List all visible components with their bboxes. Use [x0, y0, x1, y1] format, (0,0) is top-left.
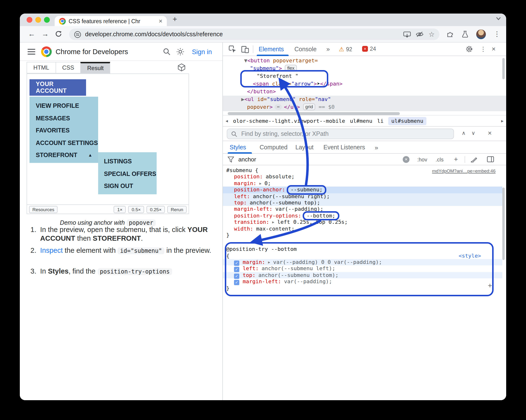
devtools-menu-icon[interactable]: ⋮: [480, 45, 486, 53]
search-icon[interactable]: [163, 48, 171, 56]
find-close-icon[interactable]: ×: [488, 129, 492, 137]
more-tabs-icon[interactable]: »: [375, 144, 378, 151]
scale-1x-button[interactable]: 1×: [114, 206, 126, 213]
breadcrumb-scroll-left-icon[interactable]: ◀: [223, 119, 231, 123]
bookmark-star-icon[interactable]: ☆: [429, 31, 435, 38]
reload-button[interactable]: [55, 30, 62, 37]
breadcrumb-scroll-right-icon[interactable]: ▶: [498, 119, 506, 123]
stylesheet-source-link[interactable]: mdYdpOM?ani…pe=embed:46: [432, 168, 496, 174]
tab-styles[interactable]: Styles: [230, 144, 246, 151]
breadcrumb-item-li[interactable]: li: [377, 118, 384, 124]
menu-item-favorites[interactable]: FAVORITES: [36, 125, 98, 137]
site-settings-icon[interactable]: [74, 31, 81, 38]
rendering-emulation-icon[interactable]: [470, 156, 477, 162]
chrome-developers-logo[interactable]: [41, 46, 52, 57]
horizontal-scrollbar[interactable]: [228, 112, 400, 115]
browser-menu-icon[interactable]: ⋮: [494, 30, 500, 38]
menu-item-sign-out[interactable]: SIGN OUT: [104, 180, 157, 193]
tab-elements[interactable]: Elements: [259, 46, 284, 53]
tab-console[interactable]: Console: [294, 46, 317, 53]
filter-input[interactable]: anchor: [238, 156, 256, 163]
css-property-width[interactable]: width:max-content;: [223, 225, 502, 232]
elements-scrollbar[interactable]: [502, 58, 505, 79]
menu-item-view-profile[interactable]: VIEW PROFILE: [36, 100, 98, 112]
window-zoom-button[interactable]: [44, 17, 50, 23]
css-property-left[interactable]: left:anchor(--submenu right);: [223, 193, 502, 200]
find-next-icon[interactable]: ∨: [471, 130, 475, 136]
sign-in-link[interactable]: Sign in: [192, 48, 212, 56]
menu-item-messages[interactable]: MESSAGES: [36, 112, 98, 125]
warnings-counter[interactable]: ⚠ 92: [339, 46, 352, 53]
css-property-margin[interactable]: margin:▸0;: [223, 180, 502, 187]
browser-tab[interactable]: CSS features reference | Chr ×: [55, 16, 167, 26]
tab-result[interactable]: Result: [81, 62, 111, 73]
rerun-button[interactable]: Rerun: [167, 206, 187, 213]
scale-05x-button[interactable]: 0.5×: [128, 206, 144, 213]
find-previous-icon[interactable]: ∧: [462, 130, 465, 136]
toggle-class-button[interactable]: .cls: [435, 157, 444, 162]
window-minimize-button[interactable]: [35, 17, 41, 23]
selected-dom-node[interactable]: ▶<ul id="submenu" role="nav" popover>⋯</…: [223, 96, 506, 111]
styles-scrollbar[interactable]: [502, 188, 505, 260]
menu-item-storefront[interactable]: STOREFRONT ▲: [36, 149, 98, 162]
inspect-element-icon[interactable]: [229, 45, 236, 53]
tab-search-icon[interactable]: [496, 17, 501, 20]
labs-beaker-icon[interactable]: [462, 30, 468, 38]
site-title[interactable]: Chrome for Developers: [56, 48, 128, 56]
tab-layout[interactable]: Layout: [295, 144, 314, 151]
errors-counter[interactable]: × 24: [362, 46, 376, 52]
more-panels-icon[interactable]: »: [326, 45, 330, 53]
dom-node-button-close[interactable]: </button>: [223, 88, 506, 96]
scale-025x-button[interactable]: 0.25×: [146, 206, 165, 213]
menu-item-account-settings[interactable]: ACCOUNT SETTINGS: [36, 137, 98, 149]
new-tab-button[interactable]: +: [172, 15, 177, 24]
breadcrumb-item[interactable]: olor-scheme--light.viewport--mobile: [233, 118, 345, 124]
profile-avatar[interactable]: [476, 30, 486, 39]
extensions-puzzle-icon[interactable]: [446, 30, 454, 38]
device-toolbar-icon[interactable]: [241, 45, 249, 53]
css-property-position-anchor[interactable]: position-anchor:--submenu;: [223, 187, 502, 193]
grid-badge[interactable]: grid: [303, 103, 315, 110]
your-account-button[interactable]: YOUR ACCOUNT: [30, 79, 86, 96]
eye-off-icon[interactable]: [416, 31, 424, 37]
menu-item-listings[interactable]: LISTINGS: [104, 156, 157, 168]
css-property-transition[interactable]: transition:▸left 0.25s, top 0.25s;: [223, 219, 502, 225]
expander-icon[interactable]: ▸: [272, 219, 275, 225]
address-bar[interactable]: developer.chrome.com/docs/devtools/css/r…: [69, 29, 439, 40]
window-close-button[interactable]: [27, 17, 32, 23]
forward-button[interactable]: →: [41, 30, 49, 38]
new-style-rule-button[interactable]: +: [454, 155, 458, 163]
theme-toggle-sun-icon[interactable]: [176, 48, 184, 56]
install-cast-icon[interactable]: [404, 31, 411, 38]
css-property-position[interactable]: position:absolute;: [223, 174, 502, 180]
filter-clear-icon[interactable]: ×: [403, 156, 409, 163]
css-property-margin-left[interactable]: margin-left:var(--padding);: [223, 206, 502, 213]
collapsed-content-icon[interactable]: ⋯: [275, 104, 282, 110]
tab-html[interactable]: HTML: [27, 62, 55, 73]
menu-item-special-offers[interactable]: SPECIAL OFFERS: [104, 168, 157, 180]
tab-event-listeners[interactable]: Event Listeners: [324, 144, 365, 151]
css-property-position-try-options[interactable]: position-try-options:--bottom;: [223, 212, 502, 219]
url-text[interactable]: developer.chrome.com/docs/devtools/css/r…: [85, 31, 400, 38]
find-input[interactable]: Find by string, selector, or XPath: [227, 129, 454, 139]
hamburger-menu-icon[interactable]: [28, 49, 35, 55]
css-property-top[interactable]: top:anchor(--submenu top);: [223, 200, 502, 206]
breadcrumb-item-ul-submenu[interactable]: ul#submenu: [388, 117, 426, 125]
tab-css[interactable]: CSS: [55, 62, 80, 73]
dom-node-button-open[interactable]: ▼<button popovertarget=: [223, 57, 506, 65]
sidebar-layout-icon[interactable]: [487, 156, 494, 162]
expander-icon[interactable]: ▸: [259, 180, 262, 187]
devtools-close-icon[interactable]: ×: [492, 45, 496, 53]
devtools-settings-gear-icon[interactable]: [465, 45, 473, 53]
css-rule-selector[interactable]: #submenu { mdYdpOM?ani…pe=embed:46: [223, 167, 502, 174]
tab-computed[interactable]: Computed: [260, 144, 287, 151]
breadcrumb-item-ul-menu[interactable]: ul#menu: [350, 118, 373, 124]
resources-button[interactable]: Resources: [29, 206, 58, 213]
selector-text[interactable]: #submenu: [226, 167, 252, 173]
back-button[interactable]: ←: [28, 30, 35, 38]
toggle-hover-button[interactable]: :hov: [417, 157, 427, 162]
dom-node-ul-open[interactable]: ▶<ul id="submenu" role="nav": [223, 96, 506, 103]
dom-node-ul-close[interactable]: popover>⋯</ul>grid == $0: [223, 103, 506, 111]
codepen-cube-icon[interactable]: [177, 63, 186, 71]
tab-close-icon[interactable]: ×: [159, 18, 162, 24]
